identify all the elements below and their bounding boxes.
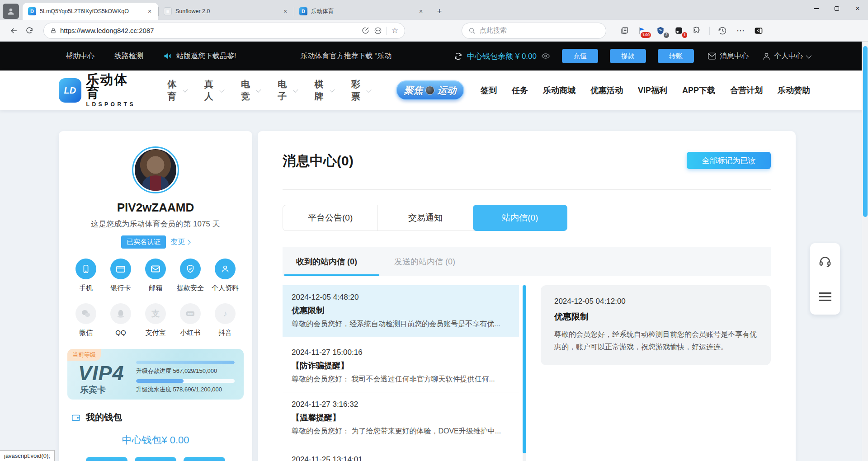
- central-wallet-balance: 中心钱包余额 ¥ 0.00: [467, 51, 537, 61]
- read-aloud-icon[interactable]: [362, 27, 369, 34]
- binding-withdraw-safety[interactable]: 提款安全: [175, 259, 206, 292]
- browser-tab-3[interactable]: D 乐动体育: [294, 3, 429, 20]
- binding-personal-info[interactable]: 个人资料: [210, 259, 241, 292]
- binding-email[interactable]: 邮箱: [140, 259, 171, 292]
- refresh-balance-icon[interactable]: [454, 52, 462, 61]
- focus-sports-badge[interactable]: 聚焦 运动: [396, 80, 464, 100]
- binding-phone[interactable]: 手机: [71, 259, 101, 292]
- personal-center-link[interactable]: 个人中心: [762, 52, 810, 61]
- wallet-withdraw-button[interactable]: 提款: [135, 457, 176, 461]
- browser-tab-2[interactable]: ≡ Sunflower 2.0: [158, 3, 294, 20]
- mark-all-read-button[interactable]: 全部标记为已读: [687, 152, 771, 169]
- logo-text-cn: 乐动体育: [86, 73, 138, 99]
- user-avatar-icon: [6, 7, 15, 16]
- nav-link-app[interactable]: APP下载: [682, 85, 715, 96]
- binding-bankcard[interactable]: 银行卡: [105, 259, 136, 292]
- tab-site-mail[interactable]: 站内信(0): [473, 205, 567, 231]
- nav-menu-slots[interactable]: 电子: [278, 78, 296, 103]
- flag-extension-icon[interactable]: 1.00: [637, 25, 648, 36]
- message-list: 2024-12-05 4:48:20 优惠限制 尊敬的会员您好，经系统自动检测目…: [283, 285, 530, 461]
- tab-close-icon[interactable]: [417, 7, 425, 15]
- chevron-down-icon: [293, 87, 298, 92]
- wallet-transfer-button[interactable]: 转账: [184, 457, 225, 461]
- close-button[interactable]: [847, 0, 868, 17]
- tab-transaction-notices[interactable]: 交易通知: [378, 205, 473, 230]
- wallet-deposit-button[interactable]: 充值: [86, 457, 127, 461]
- profile-card: PlV2wZAAMD 这是您成为乐动体育会员的第 1075 天 已实名认证 变更…: [59, 131, 252, 461]
- maximize-button[interactable]: [826, 0, 847, 17]
- subtab-sent-mail[interactable]: 发送的站内信 (0): [394, 256, 455, 267]
- social-douyin[interactable]: ♪ 抖音: [210, 303, 241, 337]
- nav-menu-live[interactable]: 真人: [204, 78, 223, 103]
- chevron-right-icon: [185, 240, 190, 245]
- nav-link-vip[interactable]: VIP福利: [638, 85, 667, 96]
- message-center-link[interactable]: 消息中心: [708, 52, 749, 61]
- customer-service-button[interactable]: [810, 243, 840, 279]
- extension-badge: 1.00: [641, 32, 651, 38]
- tab-platform-announcements[interactable]: 平台公告(0): [283, 205, 378, 230]
- sidebar-toggle-icon[interactable]: [753, 25, 764, 36]
- message-list-item[interactable]: 2024-11-25 13:14:01: [283, 444, 519, 461]
- tab-close-icon[interactable]: [281, 7, 289, 15]
- minimize-button[interactable]: [806, 0, 826, 17]
- nav-link-signin[interactable]: 签到: [481, 85, 497, 96]
- social-alipay[interactable]: 支 支付宝: [140, 303, 171, 337]
- withdraw-button[interactable]: 提款: [610, 49, 646, 63]
- turnover-progress-bar: [136, 379, 235, 383]
- change-link[interactable]: 变更: [170, 237, 190, 247]
- shield-extension-icon[interactable]: % 2: [655, 25, 666, 36]
- address-bar[interactable]: https://www.ledong842.cc:2087: [43, 23, 405, 39]
- browser-tab-1[interactable]: D 5LmQ5Yqo5L2T6IKyfOS5kOWKqO: [23, 3, 158, 20]
- collections-icon[interactable]: [619, 25, 630, 36]
- settings-menu-icon[interactable]: [735, 25, 746, 36]
- site-mainnav: LD 乐动体育 LDSPORTS 体育 真人 电竞 电子 棋牌 彩票 聚焦 运动…: [0, 71, 868, 110]
- site-logo[interactable]: LD 乐动体育 LDSPORTS: [59, 73, 137, 108]
- username: PlV2wZAAMD: [59, 201, 252, 215]
- browser-profile-button[interactable]: [3, 4, 19, 19]
- subtab-received-mail[interactable]: 收到的站内信 (0): [296, 256, 357, 267]
- social-icons-row: 微信 QQ 支 支付宝 RED 小红书 ♪ 抖音: [59, 303, 252, 337]
- message-list-item[interactable]: 2024-11-27 3:16:32 【温馨提醒】 尊敬的会员您好： 为了给您带…: [283, 392, 519, 444]
- nav-menu-cards[interactable]: 棋牌: [314, 78, 333, 103]
- message-list-item[interactable]: 2024-11-27 15:00:16 【防诈骗提醒】 尊敬的会员您好： 我司不…: [283, 340, 519, 392]
- wallet-icon: [71, 413, 81, 423]
- extensions-puzzle-icon[interactable]: [691, 25, 702, 36]
- search-box[interactable]: 点此搜索: [462, 23, 606, 39]
- help-center-link[interactable]: 帮助中心: [66, 52, 94, 61]
- current-level-tag: 当前等级: [67, 349, 101, 361]
- nav-link-tasks[interactable]: 任务: [512, 85, 528, 96]
- page-scrollbar-thumb[interactable]: [863, 46, 868, 217]
- nav-menu-lottery[interactable]: 彩票: [351, 78, 370, 103]
- social-xiaohongshu[interactable]: RED 小红书: [175, 303, 206, 337]
- tab-close-icon[interactable]: [146, 7, 154, 15]
- deposit-button[interactable]: 充值: [562, 49, 598, 63]
- detail-body: 尊敬的会员您好，经系统自动检测目前您的会员账号是不享有优惠的，账户可以正常游戏，…: [554, 328, 757, 353]
- list-scrollbar-thumb[interactable]: [523, 285, 526, 453]
- new-tab-button[interactable]: [433, 5, 446, 18]
- refresh-button[interactable]: [22, 23, 37, 38]
- favorite-star-icon[interactable]: [392, 26, 398, 35]
- verified-badge: 已实名认证: [121, 235, 166, 249]
- line-check-link[interactable]: 线路检测: [114, 52, 143, 61]
- more-options-icon[interactable]: [374, 27, 382, 35]
- menu-button[interactable]: [810, 279, 840, 315]
- nav-link-mall[interactable]: 乐动商城: [543, 85, 576, 96]
- social-qq[interactable]: QQ: [105, 303, 136, 337]
- person-icon: [220, 264, 230, 274]
- nav-link-promos[interactable]: 优惠活动: [590, 85, 623, 96]
- list-scrollbar[interactable]: [523, 285, 526, 461]
- dark-extension-icon[interactable]: 1: [673, 25, 684, 36]
- page-scrollbar[interactable]: [862, 42, 868, 461]
- nav-link-affiliate[interactable]: 合营计划: [730, 85, 763, 96]
- eye-icon[interactable]: [541, 52, 550, 61]
- nav-menu-esports[interactable]: 电竞: [241, 78, 259, 103]
- transfer-button[interactable]: 转账: [658, 49, 694, 63]
- back-button[interactable]: [6, 23, 22, 38]
- avatar[interactable]: [132, 146, 179, 193]
- nav-menu-sports[interactable]: 体育: [167, 78, 186, 103]
- nav-link-sponsor[interactable]: 乐动赞助: [778, 85, 810, 96]
- history-icon[interactable]: [717, 25, 728, 36]
- deposit-progress-bar: [136, 361, 235, 364]
- message-list-item[interactable]: 2024-12-05 4:48:20 优惠限制 尊敬的会员您好，经系统自动检测目…: [283, 285, 519, 337]
- social-wechat[interactable]: 微信: [71, 303, 101, 337]
